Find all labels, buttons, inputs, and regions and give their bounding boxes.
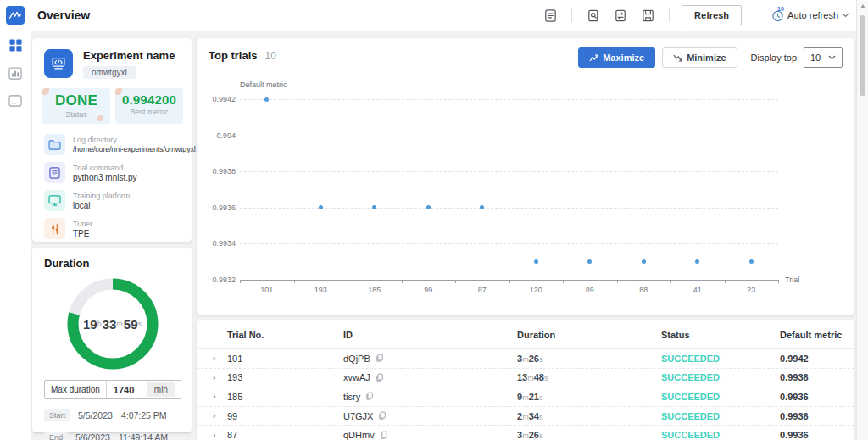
data-point-trial-41[interactable] [695, 259, 699, 264]
x-tick-label: 89 [571, 286, 609, 294]
sidebar-item-log[interactable] [6, 92, 25, 110]
data-point-trial-185[interactable] [372, 205, 376, 209]
trial-id-cell: U7GJX [343, 411, 517, 421]
status-cell: SUCCEEDED [661, 430, 780, 440]
elapsed-duration: 19h33m59s [65, 276, 160, 371]
data-point-trial-23[interactable] [749, 259, 754, 264]
duration-cell: 3m26s [517, 430, 661, 440]
x-tick-mark [509, 280, 510, 283]
log-file-icon[interactable] [638, 6, 657, 25]
trial-command-row: Trial command python3 mnist.py [44, 162, 183, 183]
experiment-name-label: Experiment name [83, 49, 175, 62]
y-axis-title: Default metric [240, 81, 287, 89]
expand-row-chevron-icon[interactable]: › [197, 411, 227, 421]
config-icon[interactable] [611, 6, 630, 25]
trial-id-cell: tisry [343, 392, 517, 402]
x-tick-mark [725, 280, 726, 283]
duration-cell: 9m21s [517, 392, 661, 402]
data-point-trial-87[interactable] [480, 205, 484, 209]
expand-row-chevron-icon[interactable]: › [197, 373, 227, 382]
copy-icon[interactable] [378, 411, 387, 421]
monitor-icon [44, 190, 65, 211]
end-badge: End [44, 432, 68, 440]
status-cell: SUCCEEDED [661, 354, 780, 364]
gridline [240, 243, 778, 244]
max-duration-unit: min [147, 382, 175, 397]
experiment-summary-card: Experiment name omwtgyxl DONE Status 0.9… [32, 38, 192, 242]
scroll-up-arrow[interactable] [860, 4, 865, 8]
max-duration-input[interactable] [106, 381, 145, 398]
scrollbar-thumb[interactable] [860, 15, 865, 96]
info-label: Trial command [73, 164, 137, 172]
copy-icon[interactable] [380, 431, 388, 440]
info-value: local [73, 201, 130, 210]
table-row: ›101dQjPB3m26sSUCCEEDED0.9942 [197, 349, 854, 369]
data-point-trial-89[interactable] [587, 259, 592, 264]
console-icon [8, 95, 22, 107]
gridline [240, 136, 778, 136]
y-tick-label: 0.9932 [197, 276, 236, 284]
auto-refresh-dropdown[interactable]: 10 Auto refresh [766, 9, 849, 22]
x-tick-mark [348, 280, 348, 283]
y-tick-label: 0.994 [197, 131, 236, 140]
x-tick-mark [563, 280, 564, 283]
data-point-trial-120[interactable] [534, 259, 538, 264]
chevron-down-icon [842, 13, 849, 18]
nni-logo[interactable] [6, 6, 25, 25]
expand-row-chevron-icon[interactable]: › [197, 354, 227, 363]
info-value: python3 mnist.py [73, 173, 137, 182]
experiment-summary-icon[interactable] [541, 6, 559, 25]
divider [754, 8, 754, 22]
best-metric-value: 0.994200 [115, 92, 183, 107]
info-value: TPE [73, 229, 92, 238]
x-tick-mark [402, 280, 403, 283]
trial-id-cell: dQjPB [343, 354, 517, 364]
expand-row-chevron-icon[interactable]: › [197, 392, 227, 401]
table-header-row: Trial No. ID Duration Status Default met… [197, 320, 854, 349]
data-point-trial-88[interactable] [642, 259, 646, 264]
table-body: ›101dQjPB3m26sSUCCEEDED0.9942›193xvwAJ13… [197, 349, 854, 440]
trials-table-card: Trial No. ID Duration Status Default met… [197, 320, 854, 440]
table-row: ›193xvwAJ13m48sSUCCEEDED0.9936 [197, 369, 854, 388]
data-point-trial-99[interactable] [426, 205, 431, 209]
end-time-row: End 5/6/2023 11:49:14 AM [44, 432, 181, 440]
trial-id: U7GJX [343, 411, 373, 421]
x-tick-mark [617, 280, 618, 283]
status-cell: SUCCEEDED [661, 411, 780, 421]
trial-no-cell: 87 [227, 430, 343, 440]
x-tick-label: 87 [464, 286, 501, 294]
grid-icon [9, 39, 22, 52]
copy-icon[interactable] [376, 373, 384, 382]
data-point-trial-101[interactable] [264, 97, 269, 102]
x-tick-mark [240, 280, 241, 283]
status-cell: SUCCEEDED [661, 372, 780, 382]
vertical-scrollbar[interactable] [856, 0, 868, 440]
data-point-trial-193[interactable] [319, 205, 323, 209]
waveform-icon [8, 8, 22, 22]
col-default-metric: Default metric [780, 330, 854, 340]
trial-id: xvwAJ [343, 372, 370, 382]
default-metric-cell: 0.9936 [780, 430, 854, 440]
start-time-row: Start 5/5/2023 4:07:25 PM [44, 409, 181, 421]
copy-icon[interactable] [365, 392, 374, 401]
col-duration: Duration [517, 330, 661, 340]
y-tick-label: 0.9942 [197, 95, 236, 103]
start-badge: Start [44, 409, 70, 421]
refresh-button[interactable]: Refresh [682, 5, 742, 25]
sidebar-item-trials-detail[interactable] [6, 64, 25, 82]
start-time: 4:07:25 PM [121, 410, 167, 421]
table-row: ›87qDHmv3m26sSUCCEEDED0.9936 [197, 426, 854, 440]
default-metric-chart: Default metric Trial 0.99420.9940.99380.… [197, 38, 854, 315]
trial-no-cell: 99 [227, 411, 343, 421]
col-trial-no: Trial No. [227, 330, 343, 340]
training-platform-row: Training platform local [44, 190, 183, 211]
duration-title: Duration [44, 257, 181, 270]
copy-icon[interactable] [376, 354, 384, 363]
x-tick-label: 41 [679, 286, 716, 294]
search-space-icon[interactable] [584, 6, 603, 25]
sidebar-item-overview[interactable] [6, 36, 25, 54]
expand-row-chevron-icon[interactable]: › [197, 431, 227, 440]
info-label: Log directory [73, 136, 183, 144]
top-bar: Overview Refresh 10 Auto refresh [0, 0, 868, 31]
page-title: Overview [37, 8, 90, 22]
